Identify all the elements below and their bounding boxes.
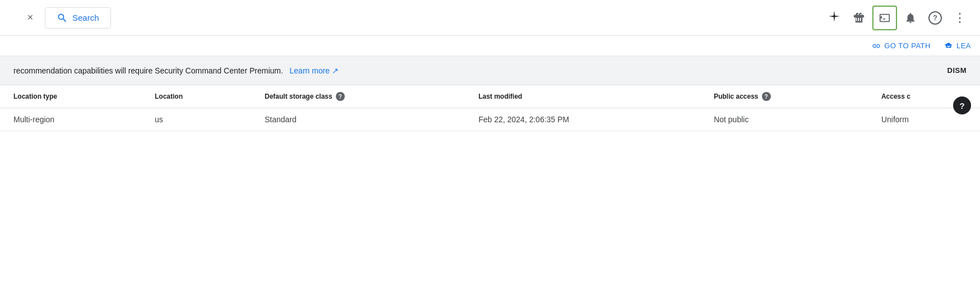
- banner-link-text: Learn more: [290, 66, 330, 75]
- col-access-control-label: Access c: [881, 93, 910, 100]
- notification-banner: recommendation capabilities will require…: [0, 56, 980, 85]
- cloud-shell-button[interactable]: [872, 6, 897, 30]
- cell-public-access: Not public: [700, 108, 868, 131]
- col-default-storage-class: Default storage class ?: [251, 85, 465, 108]
- bell-icon: [904, 12, 917, 24]
- col-storage-class-label: Default storage class: [265, 93, 332, 100]
- cell-storage-class: Standard: [251, 108, 465, 131]
- more-vertical-icon: ⋮: [954, 11, 966, 25]
- external-link-icon: ↗: [332, 66, 339, 75]
- col-location-type: Location type: [0, 85, 141, 108]
- col-location-label: Location: [155, 93, 183, 100]
- storage-class-help-icon[interactable]: ?: [336, 92, 345, 101]
- learn-link[interactable]: LEA: [944, 42, 971, 50]
- table-area: ? Location type Location Default storage…: [0, 85, 980, 131]
- banner-message: recommendation capabilities will require…: [13, 66, 339, 75]
- col-last-modified: Last modified: [465, 85, 700, 108]
- gift-icon: [853, 12, 865, 24]
- top-icons: ? ⋮: [823, 6, 971, 30]
- help-circle-icon: ?: [928, 11, 942, 25]
- clear-button[interactable]: ×: [20, 8, 40, 28]
- col-public-access-label: Public access: [714, 93, 758, 100]
- col-location: Location: [141, 85, 251, 108]
- banner-dismiss-button[interactable]: DISM: [947, 66, 967, 75]
- learn-icon: [944, 42, 953, 50]
- banner-learn-more-link[interactable]: Learn more ↗: [290, 66, 339, 75]
- search-area: × Search: [20, 7, 415, 29]
- cell-location: us: [141, 108, 251, 131]
- col-public-access-header-wrap: Public access ?: [714, 92, 854, 101]
- help-button[interactable]: ?: [924, 7, 946, 29]
- top-bar: × Search: [0, 0, 980, 36]
- search-icon: [57, 12, 68, 24]
- banner-text-prefix: recommendation capabilities will require…: [13, 66, 283, 75]
- learn-label: LEA: [956, 42, 971, 50]
- go-to-path-label: GO TO PATH: [884, 42, 931, 50]
- search-button[interactable]: Search: [45, 7, 111, 29]
- buckets-table: Location type Location Default storage c…: [0, 85, 980, 131]
- table-row: Multi-region us Standard Feb 22, 2024, 2…: [0, 108, 980, 131]
- link-icon: [872, 42, 881, 50]
- notifications-button[interactable]: [899, 7, 922, 29]
- floating-help-button[interactable]: ?: [953, 96, 971, 114]
- cell-location-type: Multi-region: [0, 108, 141, 131]
- terminal-icon: [879, 12, 891, 24]
- col-last-modified-label: Last modified: [478, 93, 522, 100]
- col-storage-header-wrap: Default storage class ?: [265, 92, 451, 101]
- sparkle-icon: [828, 10, 841, 26]
- whats-new-button[interactable]: [848, 7, 870, 29]
- go-to-path-link[interactable]: GO TO PATH: [872, 42, 931, 50]
- search-label: Search: [72, 13, 99, 22]
- col-location-type-label: Location type: [13, 93, 57, 100]
- gemini-button[interactable]: [823, 7, 845, 29]
- cell-last-modified: Feb 22, 2024, 2:06:35 PM: [465, 108, 700, 131]
- more-options-button[interactable]: ⋮: [949, 7, 971, 29]
- public-access-help-icon[interactable]: ?: [762, 92, 771, 101]
- col-public-access: Public access ?: [700, 85, 868, 108]
- action-bar: GO TO PATH LEA: [0, 36, 980, 56]
- table-header-row: Location type Location Default storage c…: [0, 85, 980, 108]
